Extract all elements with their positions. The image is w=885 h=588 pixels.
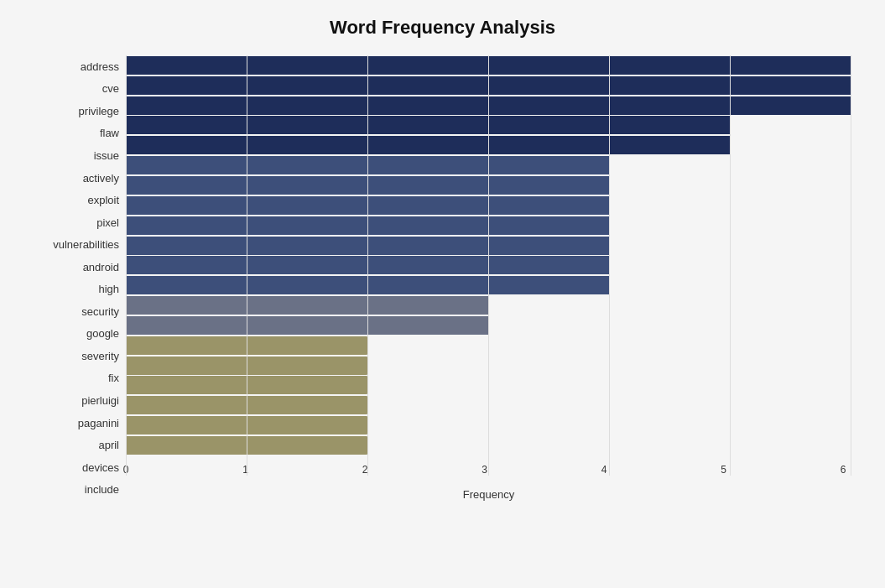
y-label: include bbox=[85, 484, 119, 495]
bars-rows bbox=[126, 55, 851, 460]
bar bbox=[126, 396, 367, 414]
y-label: exploit bbox=[87, 195, 119, 206]
x-tick-label: 3 bbox=[476, 464, 493, 485]
x-axis-labels: 0123456 bbox=[126, 460, 851, 485]
bar-row bbox=[126, 175, 851, 195]
x-tick-label: 0 bbox=[117, 464, 134, 485]
bar-row bbox=[126, 155, 851, 175]
bar-row bbox=[126, 435, 851, 455]
y-label: google bbox=[86, 328, 119, 339]
x-tick-label: 1 bbox=[237, 464, 254, 485]
bar bbox=[126, 336, 367, 355]
y-label: vulnerabilities bbox=[53, 239, 119, 250]
bar-row bbox=[126, 75, 851, 96]
chart-area: addresscveprivilegeflawissueactivelyexpl… bbox=[34, 55, 851, 501]
bar bbox=[126, 136, 731, 154]
bar-row bbox=[126, 376, 851, 396]
bar-row bbox=[126, 255, 851, 275]
bar bbox=[126, 56, 851, 75]
bar bbox=[126, 237, 610, 255]
y-label: security bbox=[81, 306, 119, 317]
bar bbox=[126, 436, 367, 455]
bar bbox=[126, 416, 367, 434]
bar bbox=[126, 76, 851, 95]
bar-row bbox=[126, 216, 851, 236]
bar bbox=[126, 216, 610, 235]
y-label: severity bbox=[81, 351, 119, 362]
bar-row bbox=[126, 135, 851, 155]
bar-row bbox=[126, 395, 851, 415]
bar-row bbox=[126, 116, 851, 136]
y-label: pixel bbox=[96, 217, 119, 228]
bar-row bbox=[126, 336, 851, 356]
bar bbox=[126, 96, 851, 115]
bar bbox=[126, 256, 610, 274]
chart-title: Word Frequency Analysis bbox=[34, 17, 851, 39]
y-label: fix bbox=[108, 372, 119, 383]
bar bbox=[126, 296, 489, 315]
bar bbox=[126, 316, 489, 335]
x-tick-label: 2 bbox=[357, 464, 373, 485]
bar-row bbox=[126, 356, 851, 376]
bar-row bbox=[126, 295, 851, 315]
x-tick-label: 5 bbox=[716, 464, 732, 485]
bar bbox=[126, 356, 367, 375]
bar bbox=[126, 116, 731, 134]
y-label: privilege bbox=[79, 106, 119, 117]
bar bbox=[126, 196, 610, 215]
x-axis-title: Frequency bbox=[126, 488, 851, 501]
y-label: high bbox=[98, 284, 119, 294]
bar-row bbox=[126, 315, 851, 336]
y-label: flaw bbox=[100, 127, 119, 138]
x-tick-label: 6 bbox=[835, 464, 851, 485]
y-label: issue bbox=[94, 150, 119, 161]
bar-row bbox=[126, 195, 851, 216]
y-label: actively bbox=[83, 173, 119, 184]
y-label: devices bbox=[82, 462, 119, 473]
chart-container: Word Frequency Analysis addresscveprivil… bbox=[0, 0, 885, 588]
bar bbox=[126, 276, 610, 294]
bar-row bbox=[126, 55, 851, 75]
bar-row bbox=[126, 236, 851, 256]
bar bbox=[126, 156, 610, 174]
y-label: address bbox=[81, 61, 119, 72]
y-label: pierluigi bbox=[81, 395, 119, 406]
bar bbox=[126, 176, 610, 195]
y-label: paganini bbox=[78, 418, 119, 429]
y-label: cve bbox=[102, 83, 119, 94]
y-axis-labels: addresscveprivilegeflawissueactivelyexpl… bbox=[34, 55, 126, 501]
bar-row bbox=[126, 96, 851, 116]
x-tick-label: 4 bbox=[596, 464, 612, 485]
bar-row bbox=[126, 415, 851, 435]
bar-row bbox=[126, 275, 851, 295]
y-label: android bbox=[83, 262, 119, 273]
bar bbox=[126, 376, 367, 394]
y-label: april bbox=[98, 440, 119, 450]
bars-and-grid: 0123456 Frequency bbox=[126, 55, 851, 501]
